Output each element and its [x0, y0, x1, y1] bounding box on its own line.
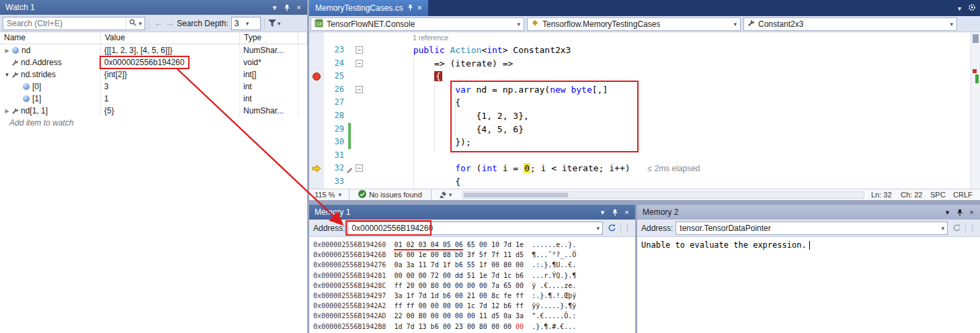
memory1-dump[interactable]: 0x000002556B194260 01 02 03 04 05 06 65 … [309, 237, 635, 333]
memory1-titlebar[interactable]: Memory 1 ▾ × [309, 205, 635, 220]
expander-icon[interactable]: ▶ [3, 108, 11, 114]
breakpoint-margin[interactable] [309, 96, 324, 109]
refresh-icon[interactable] [952, 224, 961, 232]
chevron-down-icon[interactable]: ▾ [594, 225, 602, 232]
breakpoint-margin[interactable] [309, 57, 324, 70]
code-text[interactable]: {1, 2, 3}, [366, 109, 529, 123]
memory-bytes[interactable]: 3a 1f 7d 1d b6 00 21 00 8c fe ff [394, 292, 524, 299]
column-indicator[interactable]: Ch: 22 [901, 191, 930, 199]
search-icon[interactable] [129, 19, 136, 28]
watch-row[interactable]: ▼ nd.strides {int[2]} int[] [0, 68, 307, 81]
watch-titlebar[interactable]: Watch 1 ▾ × [0, 0, 307, 15]
space-mode-indicator[interactable]: SPC [930, 191, 953, 199]
search-input[interactable] [3, 19, 126, 28]
memory2-address-combo[interactable]: ▾ [676, 222, 948, 235]
code-area[interactable]: 1 reference 23 − public Action<int> Cons… [309, 32, 971, 189]
scrollbar-thumb[interactable] [973, 34, 979, 43]
pin-icon[interactable] [954, 207, 965, 218]
breakpoint-margin[interactable] [309, 149, 324, 162]
column-header-type[interactable]: Type [240, 32, 298, 44]
watch-value[interactable]: 1 [104, 94, 109, 103]
editor-vertical-scrollbar[interactable] [971, 32, 980, 189]
member-dropdown[interactable]: Constant2x3 ▾ [743, 17, 957, 31]
line-ending-indicator[interactable]: CRLF [953, 191, 973, 199]
code-text[interactable]: for (int i = 0; i < iterate; i++)≤ 2ms e… [366, 162, 700, 175]
document-health-indicator[interactable]: No issues found [353, 190, 427, 199]
pin-icon[interactable] [609, 207, 620, 218]
code-text[interactable]: { [366, 175, 460, 189]
memory1-address-input[interactable] [348, 224, 594, 233]
code-line-32[interactable]: 32 − for (int i = 0; i < iterate; i++)≤ … [309, 162, 971, 175]
memory-row[interactable]: 0x000002556B194260 01 02 03 04 05 06 65 … [313, 240, 635, 250]
code-text[interactable]: var nd = np.array(new byte[,] [366, 83, 608, 97]
expander-icon[interactable]: ▼ [3, 72, 11, 78]
memory-row[interactable]: 0x000002556B1942AD 22 00 80 00 00 00 00 … [313, 311, 635, 321]
code-text[interactable]: }); [366, 136, 471, 149]
breakpoint-margin[interactable] [309, 109, 324, 123]
scrollbar-thumb[interactable] [464, 193, 568, 197]
watch-row[interactable]: nd.Address 0x000002556b194260 void* [0, 56, 307, 68]
breakpoint-margin[interactable] [309, 175, 324, 189]
breakpoint-margin[interactable] [309, 44, 324, 57]
breakpoint-margin[interactable] [309, 136, 324, 149]
watch-value[interactable]: {5} [104, 106, 114, 115]
watch-value[interactable]: {int[2]} [104, 70, 127, 79]
memory-bytes[interactable]: 22 00 80 00 00 00 00 11 d5 0a 3a [394, 312, 524, 320]
memory-bytes[interactable]: 0a 3a 11 7d 1f b6 55 1f 00 80 00 [394, 261, 524, 269]
memory-bytes[interactable]: 00 00 00 72 00 dd 51 1e 7d 1c b6 [394, 272, 524, 279]
watch-value[interactable]: 3 [104, 82, 109, 91]
watch-value[interactable]: {[[1, 2, 3], [4, 5, 6]]} [104, 46, 172, 55]
memory-row[interactable]: 0x000002556B194297 3a 1f 7d 1d b6 00 21 … [313, 291, 635, 301]
close-icon[interactable]: × [966, 207, 977, 218]
code-line-30[interactable]: 30 }); [309, 136, 971, 149]
watch-row[interactable]: ▶ nd {[[1, 2, 3], [4, 5, 6]]} NumShar... [0, 44, 307, 56]
breakpoint-icon[interactable] [313, 73, 321, 81]
watch-row[interactable]: [1] 1 int [0, 93, 307, 105]
type-dropdown[interactable]: Tensorflow.MemoryTestingCases ▾ [527, 17, 741, 31]
code-text[interactable]: { [366, 96, 460, 109]
tab-close-icon[interactable]: × [417, 3, 422, 13]
code-text[interactable]: public Action<int> Constant2x3 [366, 44, 571, 57]
code-line-26[interactable]: 26 − var nd = np.array(new byte[,] [309, 83, 971, 97]
code-line-23[interactable]: 23 − public Action<int> Constant2x3 [309, 44, 971, 57]
memory-row[interactable]: 0x000002556B194276 0a 3a 11 7d 1f b6 55 … [313, 260, 635, 270]
editor-horizontal-scrollbar[interactable] [462, 191, 864, 199]
breakpoint-margin[interactable] [309, 123, 324, 136]
search-depth-select[interactable]: 3 ▾ [231, 17, 261, 30]
column-header-value[interactable]: Value [101, 32, 240, 44]
window-position-icon[interactable]: ▾ [269, 2, 280, 13]
search-back-icon[interactable]: ← [154, 18, 163, 28]
zoom-select[interactable]: 115 % ▾ [309, 191, 345, 199]
collapse-toggle-icon[interactable]: − [356, 86, 363, 93]
add-watch-label[interactable]: Add item to watch [9, 118, 73, 128]
toolbar-overflow-icon[interactable]: ⋮ [969, 224, 976, 232]
watch-search-box[interactable]: ▾ [3, 17, 145, 30]
memory2-address-input[interactable] [676, 224, 938, 233]
memory2-content[interactable]: Unable to evaluate the expression. [637, 237, 980, 333]
memory1-address-combo[interactable]: ▾ [348, 222, 603, 235]
memory-bytes[interactable]: ff 20 00 80 00 00 00 00 7a 65 00 [394, 282, 524, 289]
collapse-toggle-icon[interactable]: − [356, 46, 363, 54]
gear-icon[interactable] [968, 3, 976, 13]
document-list-caret-icon[interactable]: ▾ [958, 5, 961, 12]
codelens-references[interactable]: 1 reference [366, 32, 448, 44]
tab-pin-icon[interactable] [407, 3, 413, 13]
window-position-icon[interactable]: ▾ [942, 207, 953, 218]
memory-row[interactable]: 0x000002556B19426B b6 00 1e 00 88 b0 3f … [313, 250, 635, 260]
code-line-28[interactable]: 28 {1, 2, 3}, [309, 109, 971, 123]
memory2-titlebar[interactable]: Memory 2 ▾ × [637, 205, 980, 220]
memory-row[interactable]: 0x000002556B194281 00 00 00 72 00 dd 51 … [313, 271, 635, 281]
close-icon[interactable]: × [293, 2, 304, 13]
memory-row[interactable]: 0x000002556B1942A2 ff ff 00 00 00 00 1c … [313, 301, 635, 311]
collapse-toggle-icon[interactable]: − [356, 164, 363, 172]
line-indicator[interactable]: Ln: 32 [871, 191, 901, 199]
breakpoint-margin[interactable] [309, 162, 324, 175]
code-text[interactable]: {4, 5, 6} [366, 123, 524, 136]
collapse-toggle-icon[interactable]: − [356, 60, 363, 67]
memory-bytes[interactable]: 01 02 03 04 05 06 65 00 10 7d 1e [394, 241, 524, 248]
search-options-caret-icon[interactable]: ▾ [138, 20, 142, 27]
memory-bytes[interactable]: b6 00 1e 00 88 b0 3f 5f 7f 11 d5 [394, 251, 524, 258]
tab-memorytestingcases[interactable]: MemoryTestingCases.cs × [309, 0, 428, 16]
code-line-33[interactable]: 33 { [309, 175, 971, 189]
code-line-25[interactable]: 25 { [309, 70, 971, 83]
